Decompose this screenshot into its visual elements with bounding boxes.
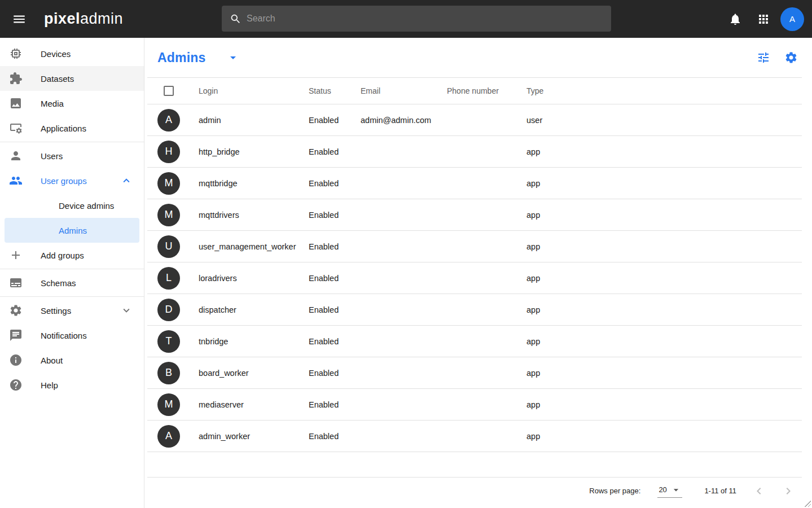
- table-row[interactable]: AadminEnabledadmin@admin.comuser: [147, 104, 802, 136]
- row-avatar: H: [157, 141, 180, 163]
- sidebar-item-device-admins[interactable]: Device admins: [0, 193, 144, 218]
- cell-status: Enabled: [309, 369, 361, 378]
- sidebar-item-label: Device admins: [59, 201, 114, 211]
- sidebar-item-devices[interactable]: Devices: [0, 41, 144, 66]
- table-settings-gear-icon[interactable]: [784, 51, 798, 64]
- sidebar-item-user-groups[interactable]: User groups: [0, 168, 144, 193]
- cell-status: Enabled: [309, 179, 361, 188]
- cell-login: mqttdrivers: [199, 211, 309, 220]
- cell-login: board_worker: [199, 369, 309, 378]
- sidebar-item-about[interactable]: About: [0, 348, 144, 373]
- table-row[interactable]: MmediaserverEnabledapp: [147, 389, 802, 421]
- sidebar-item-add-groups[interactable]: Add groups: [0, 243, 144, 268]
- sidebar-item-notifications[interactable]: Notifications: [0, 323, 144, 348]
- row-avatar: L: [157, 267, 180, 290]
- filter-columns-icon[interactable]: [757, 51, 770, 64]
- table-row[interactable]: Hhttp_bridgeEnabledapp: [147, 136, 802, 168]
- apps-grid-icon[interactable]: [752, 8, 775, 30]
- person-icon: [9, 149, 23, 163]
- chevron-down-icon: [226, 51, 240, 64]
- cell-type: app: [526, 242, 802, 251]
- rows-per-page-value: 20: [659, 485, 666, 494]
- search-bar[interactable]: [222, 6, 611, 32]
- sidebar: DevicesDatasetsMediaApplicationsUsersUse…: [0, 38, 144, 508]
- cell-type: user: [526, 116, 802, 125]
- column-header-email: Email: [361, 86, 447, 95]
- topbar-actions: A: [724, 0, 804, 38]
- menu-icon[interactable]: [8, 8, 30, 30]
- sidebar-item-settings[interactable]: Settings: [0, 298, 144, 323]
- sidebar-item-users[interactable]: Users: [0, 143, 144, 168]
- cell-status: Enabled: [309, 305, 361, 314]
- search-input[interactable]: [247, 14, 603, 24]
- row-avatar: M: [157, 204, 180, 226]
- sidebar-divider: [0, 296, 144, 297]
- table-row[interactable]: DdispatcherEnabledapp: [147, 294, 802, 326]
- sidebar-item-label: Add groups: [41, 251, 84, 260]
- table-body: AadminEnabledadmin@admin.comuserHhttp_br…: [147, 104, 802, 452]
- table-row[interactable]: TtnbridgeEnabledapp: [147, 326, 802, 357]
- sidebar-divider: [0, 269, 144, 269]
- column-header-phone: Phone number: [447, 86, 526, 95]
- sidebar-item-label: Settings: [41, 306, 71, 316]
- sidebar-item-help[interactable]: Help: [0, 373, 144, 397]
- pagination-bar: Rows per page: 20 1-11 of 11: [147, 477, 802, 504]
- cell-status: Enabled: [309, 337, 361, 346]
- rows-per-page-select[interactable]: 20: [657, 484, 682, 498]
- page-title-dropdown[interactable]: Admins: [157, 50, 240, 65]
- sidebar-item-admins[interactable]: Admins: [5, 218, 139, 243]
- chat-icon: [9, 329, 23, 342]
- chevron-down-icon: [120, 304, 133, 317]
- next-page-button[interactable]: [782, 484, 795, 498]
- table-row[interactable]: Aadmin_workerEnabledapp: [147, 421, 802, 452]
- row-avatar: U: [157, 235, 180, 258]
- sidebar-divider: [0, 142, 144, 142]
- sidebar-item-media[interactable]: Media: [0, 91, 144, 116]
- subtitles-icon: [9, 276, 23, 290]
- main-content: Admins Login Status Email Phone number T…: [144, 38, 812, 508]
- page-title: Admins: [157, 50, 206, 65]
- cell-status: Enabled: [309, 432, 361, 441]
- cell-status: Enabled: [309, 400, 361, 409]
- info-icon: [9, 353, 23, 367]
- sidebar-item-label: Help: [41, 380, 58, 390]
- memory-icon: [9, 47, 23, 60]
- table-row[interactable]: Uuser_management_workerEnabledapp: [147, 231, 802, 262]
- row-avatar: A: [157, 109, 180, 132]
- content-spacer: [144, 452, 812, 477]
- sidebar-item-schemas[interactable]: Schemas: [0, 270, 144, 295]
- cell-login: loradrivers: [199, 274, 309, 283]
- cell-type: app: [526, 211, 802, 220]
- sidebar-item-datasets[interactable]: Datasets: [0, 66, 144, 91]
- row-avatar: T: [157, 330, 180, 353]
- notifications-bell-icon[interactable]: [724, 8, 747, 30]
- cell-status: Enabled: [309, 211, 361, 220]
- table-row[interactable]: Bboard_workerEnabledapp: [147, 357, 802, 389]
- table-row[interactable]: MmqttbridgeEnabledapp: [147, 168, 802, 199]
- sidebar-item-label: Notifications: [41, 331, 87, 340]
- row-avatar: D: [157, 299, 180, 321]
- gear-icon: [9, 304, 23, 317]
- table-row[interactable]: LloradriversEnabledapp: [147, 262, 802, 294]
- dropdown-caret-icon: [670, 484, 682, 496]
- table-row[interactable]: MmqttdriversEnabledapp: [147, 199, 802, 231]
- previous-page-button[interactable]: [752, 484, 766, 498]
- sidebar-item-label: Users: [41, 151, 63, 161]
- cell-type: app: [526, 147, 802, 156]
- cell-type: app: [526, 400, 802, 409]
- sidebar-item-label: Applications: [41, 124, 86, 133]
- page-header: Admins: [144, 38, 812, 77]
- sidebar-item-applications[interactable]: Applications: [0, 116, 144, 141]
- cell-login: user_management_worker: [199, 242, 309, 251]
- cell-type: app: [526, 179, 802, 188]
- sidebar-item-label: Media: [41, 99, 64, 108]
- select-all-checkbox[interactable]: [164, 86, 174, 96]
- sidebar-item-label: User groups: [41, 176, 87, 186]
- pagination-range: 1-11 of 11: [704, 487, 736, 495]
- row-avatar: B: [157, 362, 180, 384]
- cell-type: app: [526, 274, 802, 283]
- user-avatar[interactable]: A: [780, 7, 804, 31]
- cell-status: Enabled: [309, 274, 361, 283]
- column-header-login: Login: [199, 86, 309, 95]
- logo-light: admin: [80, 10, 123, 27]
